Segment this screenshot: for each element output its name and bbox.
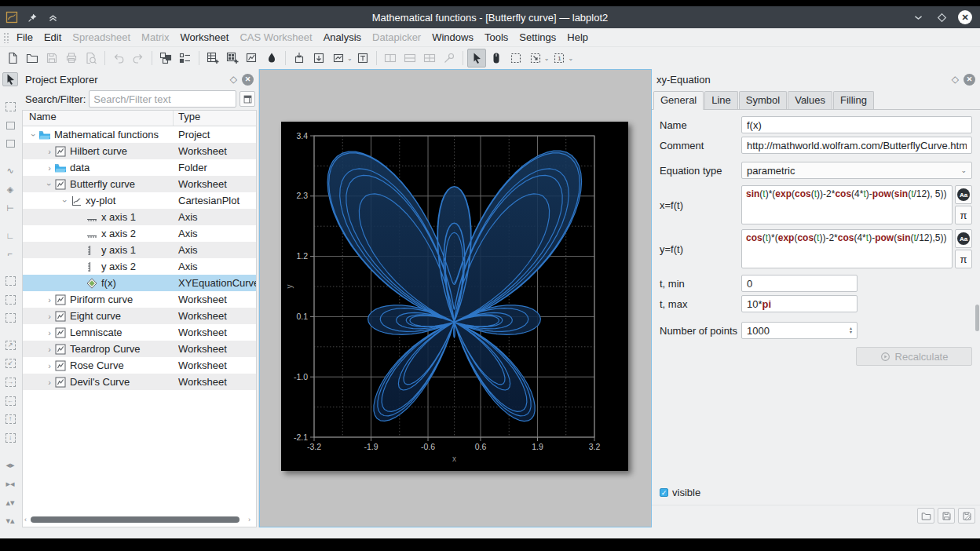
insert-constant-button[interactable]: π xyxy=(955,250,972,268)
zoom-select-x-icon[interactable] xyxy=(2,293,18,306)
zoom-in-x-icon[interactable]: ◂▸ xyxy=(2,458,18,472)
expander-icon[interactable]: › xyxy=(45,345,54,354)
expander-icon[interactable]: › xyxy=(45,147,54,156)
float-dock-icon[interactable]: ◇ xyxy=(952,74,959,85)
tab-line[interactable]: Line xyxy=(704,91,738,110)
zoom-mode-button[interactable] xyxy=(329,49,348,68)
expander-icon[interactable]: › xyxy=(45,163,54,173)
menu-worksheet[interactable]: Worksheet xyxy=(174,29,234,46)
new-project-button[interactable] xyxy=(3,49,22,68)
add-horizontal-axis-icon[interactable]: ∟ xyxy=(2,228,18,242)
tree-row[interactable]: ›Mathematical functionsProject xyxy=(23,126,256,143)
zoom-mode-button-dropdown-icon[interactable]: ⌄ xyxy=(347,55,353,62)
expander-icon[interactable]: › xyxy=(45,361,54,370)
node-horizontal-icon[interactable] xyxy=(2,119,18,132)
tree-row[interactable]: ›dataFolder xyxy=(23,159,256,176)
zoom-select-y-icon[interactable] xyxy=(2,312,18,325)
zoom-out-x-icon[interactable]: ▸◂ xyxy=(2,477,18,491)
worksheet-page[interactable]: -3.2-1.9-0.60.61.93.23.42.31.20.1-1.0-2.… xyxy=(281,122,628,471)
zoom-in-y-icon[interactable]: ▴▾ xyxy=(2,496,18,509)
new-spreadsheet-button[interactable] xyxy=(203,49,222,68)
shift-up-icon[interactable]: ↑ xyxy=(2,413,18,426)
search-input[interactable] xyxy=(89,90,236,108)
node-vertical-icon[interactable] xyxy=(2,137,18,151)
tree-column-name[interactable]: Name xyxy=(23,111,174,126)
y-equation-field[interactable]: cos(t)*(exp(cos(t))-2*cos(4*t)-pow(sin(t… xyxy=(741,229,953,268)
menu-analysis[interactable]: Analysis xyxy=(318,29,367,46)
tree-row[interactable]: ›Eight curveWorksheet xyxy=(23,308,256,324)
zoom-fit-button[interactable] xyxy=(526,49,545,68)
expander-icon[interactable]: › xyxy=(29,130,38,140)
tree-row[interactable]: ›LemniscateWorksheet xyxy=(23,324,256,341)
close-icon[interactable]: ✕ xyxy=(958,10,972,24)
tree-column-type[interactable]: Type xyxy=(174,111,256,126)
explorer-horizontal-scrollbar[interactable]: ‹ › xyxy=(24,516,254,524)
tmax-field[interactable]: 10*pi xyxy=(741,295,858,312)
expander-icon[interactable]: › xyxy=(45,180,54,189)
magnification-button-dropdown-icon[interactable]: ⌄ xyxy=(568,55,573,62)
expander-icon[interactable]: › xyxy=(45,378,54,387)
expander-icon[interactable]: › xyxy=(45,328,54,338)
new-datapicker-button[interactable] xyxy=(262,49,281,68)
magnification-button[interactable]: 1 xyxy=(550,49,569,68)
add-equation-curve-icon[interactable]: ◈ xyxy=(2,183,18,196)
zoom-in-icon[interactable]: ↗ xyxy=(2,338,18,352)
tab-symbol[interactable]: Symbol xyxy=(739,91,787,110)
add-text-label-button[interactable] xyxy=(353,49,372,68)
add-vertical-axis-icon[interactable]: ⌐ xyxy=(2,247,18,261)
float-dock-icon[interactable]: ◇ xyxy=(230,74,237,85)
add-xy-curve-icon[interactable]: ∿ xyxy=(2,165,18,178)
new-plot-area-button[interactable] xyxy=(290,49,309,68)
tree-row[interactable]: f(x)XYEquationCurve xyxy=(23,275,256,291)
tab-values[interactable]: Values xyxy=(788,91,832,110)
shade-chevron-icon[interactable] xyxy=(911,10,925,24)
comment-field[interactable] xyxy=(747,140,967,151)
properties-vertical-scrollbar[interactable] xyxy=(975,305,979,331)
expander-icon[interactable]: › xyxy=(45,312,54,321)
menu-tools[interactable]: Tools xyxy=(479,29,514,46)
menu-help[interactable]: Help xyxy=(561,29,594,46)
new-worksheet-button[interactable] xyxy=(243,49,261,68)
pin-icon[interactable] xyxy=(25,10,39,24)
collapse-toolbar-icon[interactable] xyxy=(46,10,60,24)
equation-type-select[interactable]: parametric ⌄ xyxy=(741,162,972,179)
tree-row[interactable]: ›Rose CurveWorksheet xyxy=(23,357,256,374)
tree-row[interactable]: x axis 1Axis xyxy=(23,209,256,225)
tmin-field[interactable] xyxy=(747,278,852,290)
load-template-button[interactable] xyxy=(917,508,934,524)
list-settings-icon[interactable] xyxy=(240,91,255,107)
zoom-out-y-icon[interactable]: ▾▴ xyxy=(2,514,18,527)
points-stepper[interactable]: 1000 ▴▾ xyxy=(741,322,858,339)
new-folder-button[interactable] xyxy=(176,49,195,68)
recalculate-button[interactable]: Recalculate xyxy=(856,347,972,366)
save-as-template-button[interactable] xyxy=(958,508,975,524)
close-dock-icon[interactable]: ✕ xyxy=(242,74,254,86)
name-field[interactable] xyxy=(747,119,967,131)
tree-row[interactable]: ›Hilbert curveWorksheet xyxy=(23,143,256,159)
tree-row[interactable]: ›Teardrop CurveWorksheet xyxy=(23,341,256,357)
tree-row[interactable]: ›Devil's CurveWorksheet xyxy=(23,374,256,390)
insert-function-button[interactable]: Aa xyxy=(955,229,972,248)
tree-row[interactable]: y axis 2Axis xyxy=(23,258,256,275)
tree-row[interactable]: ›xy-plotCartesianPlot xyxy=(23,192,256,209)
zoom-fit-icon[interactable]: ↙ xyxy=(2,357,18,370)
visible-checkbox[interactable]: ✓ xyxy=(660,488,668,497)
expander-icon[interactable]: › xyxy=(45,295,54,305)
tab-general[interactable]: General xyxy=(653,91,704,110)
tree-row[interactable]: ›Butterfly curveWorksheet xyxy=(23,176,256,192)
new-workbook-button[interactable] xyxy=(156,49,175,68)
maximize-diamond-icon[interactable] xyxy=(934,10,949,24)
menu-settings[interactable]: Settings xyxy=(514,29,561,46)
expander-icon[interactable]: › xyxy=(60,196,70,206)
zoom-fit-button-dropdown-icon[interactable]: ⌄ xyxy=(544,55,550,62)
navigate-mode-button[interactable] xyxy=(487,49,506,68)
zoom-select-region-icon[interactable] xyxy=(2,275,18,288)
worksheet-view[interactable]: -3.2-1.9-0.60.61.93.23.42.31.20.1-1.0-2.… xyxy=(259,69,652,527)
select-mode-icon[interactable] xyxy=(2,72,18,86)
menu-windows[interactable]: Windows xyxy=(426,29,479,46)
insert-constant-button[interactable]: π xyxy=(955,206,972,224)
open-project-button[interactable] xyxy=(23,49,42,68)
zoom-select-mode-button[interactable] xyxy=(506,49,525,68)
import-data-button[interactable] xyxy=(309,49,328,68)
tree-header[interactable]: Name Type xyxy=(23,111,256,126)
